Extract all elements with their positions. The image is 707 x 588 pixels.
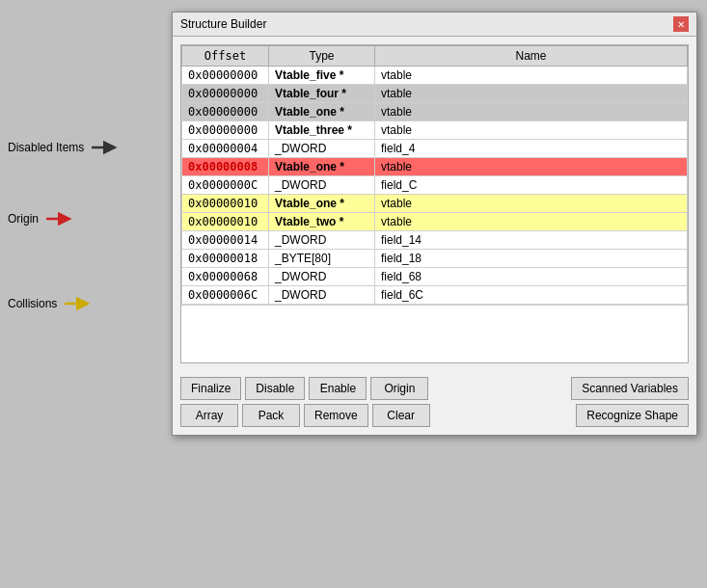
table-body: 0x00000000Vtable_five *vtable0x00000000V… bbox=[182, 67, 688, 305]
scene: Disabled Items Origin Collisions Structu… bbox=[0, 0, 707, 588]
table-empty-area bbox=[181, 305, 688, 362]
table-row[interactable]: 0x0000000C_DWORDfield_C bbox=[182, 176, 688, 195]
cell-type: _DWORD bbox=[269, 140, 375, 158]
cell-name: vtable bbox=[375, 103, 688, 121]
annotation-origin-arrow bbox=[44, 209, 75, 228]
cell-type: Vtable_three * bbox=[269, 121, 375, 140]
remove-button[interactable]: Remove bbox=[304, 404, 368, 427]
disable-button[interactable]: Disable bbox=[245, 377, 305, 400]
cell-type: Vtable_one * bbox=[269, 103, 375, 121]
table-row[interactable]: 0x00000000Vtable_one *vtable bbox=[182, 103, 688, 121]
annotation-origin-label: Origin bbox=[8, 212, 39, 226]
dialog-title: Structure Builder bbox=[180, 17, 266, 31]
dialog-titlebar: Structure Builder ✕ bbox=[173, 13, 696, 37]
table-row[interactable]: 0x00000014_DWORDfield_14 bbox=[182, 231, 688, 250]
cell-offset: 0x00000008 bbox=[182, 158, 269, 176]
col-header-name: Name bbox=[375, 46, 688, 67]
table-row[interactable]: 0x00000000Vtable_three *vtable bbox=[182, 121, 688, 140]
cell-type: _DWORD bbox=[269, 286, 375, 305]
annotation-collisions-arrow bbox=[63, 294, 94, 313]
cell-type: Vtable_one * bbox=[269, 195, 375, 213]
cell-type: Vtable_five * bbox=[269, 67, 375, 85]
col-header-type: Type bbox=[269, 46, 375, 67]
cell-name: field_6C bbox=[375, 286, 688, 305]
cell-name: field_4 bbox=[375, 140, 688, 158]
table-row[interactable]: 0x00000000Vtable_five *vtable bbox=[182, 67, 688, 85]
cell-offset: 0x00000000 bbox=[182, 67, 269, 85]
cell-name: vtable bbox=[375, 195, 688, 213]
structure-table: Offset Type Name 0x00000000Vtable_five *… bbox=[181, 45, 688, 305]
cell-offset: 0x00000000 bbox=[182, 121, 269, 140]
button-area: Finalize Disable Enable Origin Scanned V… bbox=[173, 371, 696, 435]
cell-type: _BYTE[80] bbox=[269, 250, 375, 268]
cell-type: _DWORD bbox=[269, 176, 375, 195]
cell-offset: 0x0000006C bbox=[182, 286, 269, 305]
cell-offset: 0x00000068 bbox=[182, 268, 269, 286]
cell-offset: 0x00000000 bbox=[182, 85, 269, 103]
annotation-disabled: Disabled Items bbox=[8, 138, 121, 157]
cell-name: field_14 bbox=[375, 231, 688, 250]
cell-name: vtable bbox=[375, 121, 688, 140]
finalize-button[interactable]: Finalize bbox=[180, 377, 241, 400]
cell-type: Vtable_four * bbox=[269, 85, 375, 103]
button-row-1: Finalize Disable Enable Origin Scanned V… bbox=[180, 377, 689, 400]
table-row[interactable]: 0x00000068_DWORDfield_68 bbox=[182, 268, 688, 286]
close-button[interactable]: ✕ bbox=[673, 16, 689, 32]
table-row[interactable]: 0x00000000Vtable_four *vtable bbox=[182, 85, 688, 103]
col-header-offset: Offset bbox=[182, 46, 269, 67]
array-button[interactable]: Array bbox=[180, 404, 238, 427]
table-row[interactable]: 0x00000004_DWORDfield_4 bbox=[182, 140, 688, 158]
cell-name: vtable bbox=[375, 67, 688, 85]
clear-button[interactable]: Clear bbox=[372, 404, 430, 427]
cell-name: vtable bbox=[375, 213, 688, 231]
cell-offset: 0x00000000 bbox=[182, 103, 269, 121]
table-row[interactable]: 0x0000006C_DWORDfield_6C bbox=[182, 286, 688, 305]
annotation-origin: Origin bbox=[8, 209, 75, 228]
cell-offset: 0x00000018 bbox=[182, 250, 269, 268]
cell-name: field_68 bbox=[375, 268, 688, 286]
origin-button[interactable]: Origin bbox=[370, 377, 428, 400]
table-row[interactable]: 0x00000010Vtable_two *vtable bbox=[182, 213, 688, 231]
cell-name: vtable bbox=[375, 158, 688, 176]
cell-name: vtable bbox=[375, 85, 688, 103]
cell-offset: 0x00000010 bbox=[182, 195, 269, 213]
cell-type: Vtable_one * bbox=[269, 158, 375, 176]
button-row-2: Array Pack Remove Clear Recognize Shape bbox=[180, 404, 689, 427]
cell-offset: 0x00000004 bbox=[182, 140, 269, 158]
annotation-disabled-label: Disabled Items bbox=[8, 141, 84, 154]
cell-offset: 0x00000014 bbox=[182, 231, 269, 250]
cell-offset: 0x00000010 bbox=[182, 213, 269, 231]
table-wrapper: Offset Type Name 0x00000000Vtable_five *… bbox=[180, 44, 689, 363]
table-header-row: Offset Type Name bbox=[182, 46, 688, 67]
cell-name: field_18 bbox=[375, 250, 688, 268]
cell-type: _DWORD bbox=[269, 268, 375, 286]
table-row[interactable]: 0x00000010Vtable_one *vtable bbox=[182, 195, 688, 213]
annotation-collisions-label: Collisions bbox=[8, 297, 57, 310]
cell-type: Vtable_two * bbox=[269, 213, 375, 231]
enable-button[interactable]: Enable bbox=[309, 377, 367, 400]
table-row[interactable]: 0x00000008Vtable_one *vtable bbox=[182, 158, 688, 176]
pack-button[interactable]: Pack bbox=[242, 404, 300, 427]
annotation-disabled-arrow bbox=[90, 138, 121, 157]
cell-offset: 0x0000000C bbox=[182, 176, 269, 195]
table-row[interactable]: 0x00000018_BYTE[80]field_18 bbox=[182, 250, 688, 268]
annotation-collisions: Collisions bbox=[8, 294, 94, 313]
cell-type: _DWORD bbox=[269, 231, 375, 250]
recognize-shape-button[interactable]: Recognize Shape bbox=[576, 404, 689, 427]
dialog: Structure Builder ✕ Offset Type Name 0x0… bbox=[172, 12, 697, 436]
scanned-variables-button[interactable]: Scanned Variables bbox=[571, 377, 689, 400]
cell-name: field_C bbox=[375, 176, 688, 195]
